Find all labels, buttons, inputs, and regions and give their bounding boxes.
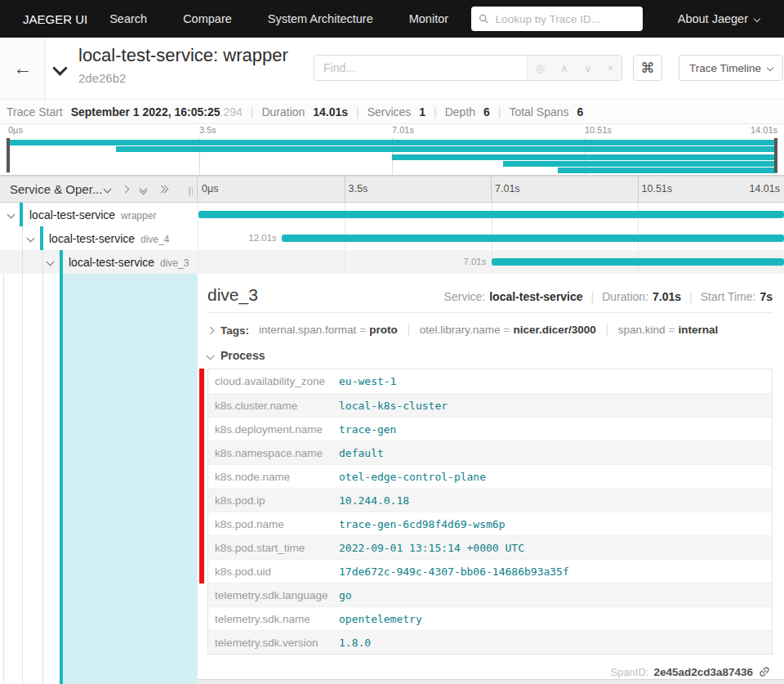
service-color-bar — [60, 250, 63, 274]
span-id-label: SpanID: — [610, 666, 648, 678]
tree-indent-rail — [0, 274, 198, 684]
summary-divider: | — [434, 105, 437, 118]
minimap-span-bar — [116, 146, 777, 152]
nav-item-compare[interactable]: Compare — [183, 12, 232, 25]
process-value: local-k8s-cluster — [339, 400, 448, 412]
process-key: k8s.pod.start_time — [208, 542, 339, 554]
trace-view-selector-label: Trace Timeline — [689, 62, 761, 74]
summary-item: Trace Start September 1 2022, 16:05:25.2… — [7, 105, 243, 118]
indent-guide — [22, 250, 23, 274]
process-value: go — [339, 589, 352, 601]
service-color-bar — [20, 203, 23, 226]
chevron-down-icon[interactable] — [7, 211, 16, 219]
ruler-tick-label: 3.5s — [349, 183, 368, 194]
next-result-button[interactable]: ∨ — [584, 62, 592, 74]
process-key: k8s.pod.name — [208, 518, 339, 530]
summary-item-label: Depth — [445, 105, 479, 118]
span-service-name: local-test-service — [29, 208, 115, 221]
chevron-right-icon[interactable] — [122, 186, 128, 192]
collapse-trace-chevron-icon[interactable] — [52, 60, 67, 75]
span-bar[interactable] — [492, 258, 784, 266]
timeline-minimap[interactable] — [0, 137, 784, 176]
about-jaeger-menu[interactable]: About Jaeger — [678, 0, 760, 38]
back-button[interactable]: ← — [0, 38, 46, 99]
indent-guide — [42, 274, 43, 684]
minimap-span-bar — [558, 168, 777, 173]
double-chevron-right-icon[interactable] — [158, 186, 167, 192]
summary-divider: | — [498, 105, 501, 118]
process-value: trace-gen — [339, 423, 396, 436]
span-row-dive_3[interactable]: local-test-servicedive_37.01s — [0, 250, 784, 274]
detail-bottom-strip — [198, 679, 784, 684]
process-value: 10.244.0.18 — [339, 494, 409, 507]
span-operation-name: wrapper — [121, 210, 156, 221]
process-key: k8s.node.name — [208, 471, 339, 483]
chevron-down-icon[interactable] — [47, 258, 55, 266]
process-value: 2022-09-01 13:15:14 +0000 UTC — [339, 542, 524, 554]
ruler-tick-label: 0μs — [202, 183, 218, 194]
span-timeline-cell[interactable]: 7.01s — [198, 250, 784, 274]
meta-label: Service: — [444, 290, 486, 303]
tag-item: otel.library.name=nicer.dicer/3000 — [420, 324, 596, 336]
process-row: k8s.node.nameotel-edge-control-plane — [208, 464, 772, 488]
process-value: opentelemetry — [339, 613, 422, 625]
span-table-header: Service & Oper... 0μs3.5s7.01s10.51s14.0… — [0, 176, 784, 203]
find-input[interactable] — [314, 56, 527, 80]
span-id-row: SpanID: 2e45ad2cd3a87436 — [207, 665, 773, 678]
span-name-cell: local-test-servicewrapper — [0, 203, 198, 226]
summary-item-label: Services — [368, 105, 415, 118]
span-id-value: 2e45ad2cd3a87436 — [653, 666, 753, 678]
span-row-dive_4[interactable]: local-test-servicedive_412.01s — [0, 226, 784, 250]
summary-item: Total Spans 6 — [509, 105, 583, 118]
process-row: telemetry.sdk.languagego — [208, 583, 772, 606]
span-bar[interactable] — [198, 211, 784, 218]
nav-item-system-architecture[interactable]: System Architecture — [268, 12, 373, 25]
span-timeline-cell[interactable] — [198, 203, 784, 226]
trace-view-selector[interactable]: Trace Timeline — [679, 55, 783, 81]
indent-guide — [22, 274, 23, 684]
process-key: k8s.deployment.name — [208, 423, 339, 436]
double-chevron-down-icon[interactable] — [140, 186, 146, 194]
trace-id-search-input[interactable] — [494, 12, 635, 26]
span-rows: local-test-servicewrapperlocal-test-serv… — [0, 203, 784, 274]
nav-item-search[interactable]: Search — [109, 12, 147, 25]
process-kv-table: cloud.availability_zoneeu-west-1k8s.clus… — [207, 369, 773, 655]
process-row: k8s.namespace.namedefault — [208, 440, 772, 464]
meta-value: 7.01s — [653, 290, 681, 303]
span-bar[interactable] — [282, 235, 784, 242]
span-name-text: local-test-servicewrapper — [29, 208, 156, 222]
meta-value: 7s — [760, 290, 773, 303]
top-nav: JAEGER UI SearchCompareSystem Architectu… — [0, 0, 784, 38]
minimap-tick-label: 10.51s — [585, 125, 612, 135]
minimap-right-handle[interactable] — [774, 138, 777, 172]
summary-item: Depth 6 — [445, 105, 490, 118]
prev-result-button[interactable]: ∧ — [560, 62, 568, 74]
tag-item: internal.span.format=proto — [259, 324, 398, 336]
summary-item: Duration 14.01s — [261, 105, 348, 118]
minimap-left-handle[interactable] — [7, 138, 10, 172]
ruler-gridline — [345, 177, 345, 202]
span-row-wrapper[interactable]: local-test-servicewrapper — [0, 203, 784, 226]
process-toggle[interactable]: Process — [207, 349, 773, 362]
clear-find-button[interactable]: × — [608, 62, 614, 74]
column-resize-grip[interactable] — [189, 187, 193, 195]
trace-id-short: 2de26b2 — [78, 71, 126, 85]
summary-item-value: September 1 2022, 16:05:25 — [71, 105, 220, 118]
span-timeline-cell[interactable]: 12.01s — [198, 226, 784, 250]
process-row: telemetry.sdk.version1.8.0 — [208, 630, 772, 654]
focus-match-icon[interactable]: ◎ — [536, 62, 545, 74]
chevron-down-icon[interactable] — [27, 235, 35, 243]
process-key: cloud.availability_zone — [208, 375, 339, 387]
chevron-down-icon[interactable] — [104, 186, 112, 194]
trace-id-search[interactable] — [471, 7, 643, 31]
minimap-tick-label: 3.5s — [199, 125, 216, 135]
summary-item-suffix: .294 — [220, 105, 243, 118]
process-key: telemetry.sdk.language — [208, 589, 339, 601]
tags-toggle[interactable]: Tags: internal.span.format=protootel.lib… — [207, 324, 773, 337]
tag-value: internal — [678, 324, 718, 336]
keyboard-shortcuts-button[interactable]: ⌘ — [633, 55, 662, 81]
span-operation-name: dive_3 — [160, 257, 189, 269]
app-logo[interactable]: JAEGER UI — [23, 12, 87, 26]
trace-title: local-test-service: wrapper — [78, 45, 288, 66]
nav-item-monitor[interactable]: Monitor — [409, 12, 448, 25]
